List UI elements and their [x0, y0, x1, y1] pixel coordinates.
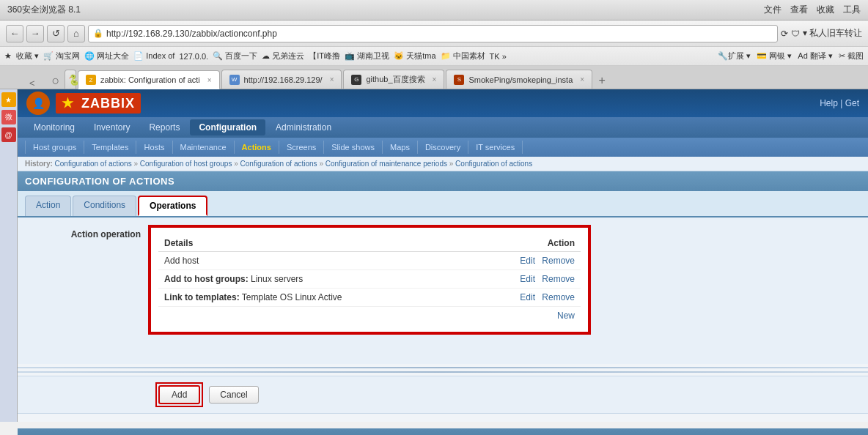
breadcrumb-link-4[interactable]: Configuration of maintenance periods — [326, 160, 447, 168]
bookmark-local[interactable]: 127.0.0. — [179, 52, 208, 61]
bookmark-tk[interactable]: TK » — [490, 52, 507, 61]
dropdown-icon[interactable]: ▾ 私人旧车转让 — [803, 27, 862, 40]
screenshot-btn[interactable]: ✂ 截图 — [839, 51, 864, 62]
tab-label-smokeping: SmokePing/smokeping_insta — [468, 75, 573, 84]
subnav-hosts[interactable]: Hosts — [136, 141, 172, 154]
tab-smokeping[interactable]: S SmokePing/smokeping_insta × — [446, 70, 592, 89]
bookmark-collections[interactable]: 收藏 ▾ — [16, 51, 39, 62]
bookmark-zhongguo[interactable]: 📁 中国素材 — [441, 51, 485, 62]
sidebar-icon-star[interactable]: ★ — [1, 92, 16, 107]
bookmark-taobao[interactable]: 🛒 淘宝网 — [43, 51, 80, 62]
new-tab-button[interactable]: + — [594, 72, 610, 89]
forward-button[interactable]: → — [26, 25, 44, 42]
nav-monitoring[interactable]: Monitoring — [25, 119, 84, 135]
tab-close-zabbix[interactable]: × — [207, 76, 212, 84]
tab-label-local: http://192.168.29.129/ — [244, 75, 323, 84]
breadcrumb-link-3[interactable]: Configuration of actions — [240, 160, 317, 168]
op-row3-remove[interactable]: Remove — [542, 292, 575, 302]
tab-local[interactable]: W http://192.168.29.129/ × — [221, 70, 342, 89]
subnav-templates[interactable]: Templates — [84, 141, 136, 154]
subnav-itservices[interactable]: IT services — [468, 141, 523, 154]
breadcrumb-link-2[interactable]: Configuration of host groups — [140, 160, 232, 168]
extension-btn[interactable]: 🔧扩展 ▾ — [718, 51, 751, 62]
tabs-bar: < ○ 🐍 Z zabbix: Configuration of acti × … — [0, 66, 868, 89]
browser-toolbar: ← → ↺ ⌂ 🔒 http://192.168.29.130/zabbix/a… — [0, 21, 868, 47]
sidebar-icon-at[interactable]: @ — [1, 127, 16, 142]
tab-favicon-local: W — [229, 75, 240, 85]
subnav-maintenance[interactable]: Maintenance — [173, 141, 235, 154]
buttons-row: Add Cancel — [18, 376, 868, 414]
zabbix-logo-area: 👤 ★ ZABBIX — [26, 92, 141, 115]
main-content: 👤 ★ ZABBIX Help | Get Monitoring Invento… — [18, 89, 868, 422]
refresh-button[interactable]: ↺ — [47, 25, 65, 42]
op-row3-edit[interactable]: Edit — [520, 292, 535, 302]
bookmark-baidu[interactable]: 🔍 百度一下 — [213, 51, 257, 62]
bookmark-hunan[interactable]: 📺 湖南卫视 — [345, 51, 389, 62]
operations-row: Action operation Details Action Add host — [32, 226, 853, 333]
op-row2-edit[interactable]: Edit — [520, 274, 535, 284]
bookmark-tianmao[interactable]: 🐱 天猫tma — [394, 51, 435, 62]
separator-2 — [18, 371, 868, 373]
bookmark-it[interactable]: 【IT峰撸 — [309, 51, 340, 62]
bookmark-wangzhi[interactable]: 🌐 网址大全 — [84, 51, 129, 62]
address-bar[interactable]: 🔒 http://192.168.29.130/zabbix/actioncon… — [88, 25, 778, 42]
breadcrumb-sep-3: » — [319, 160, 325, 168]
shield-icon[interactable]: 🛡 — [791, 29, 800, 39]
subnav-discovery[interactable]: Discovery — [418, 141, 468, 154]
add-button[interactable]: Add — [158, 385, 200, 404]
main-layout: ★ 微 @ 👤 ★ ZABBIX Help | Get Monitoring I… — [0, 89, 868, 422]
bookmark-star[interactable]: ★ — [4, 51, 12, 61]
col-header-action: Action — [466, 235, 581, 252]
sidebar-icon-weibo[interactable]: 微 — [1, 110, 16, 124]
breadcrumb-link-5[interactable]: Configuration of actions — [455, 160, 532, 168]
nav-administration[interactable]: Administration — [267, 119, 340, 135]
tab-conditions[interactable]: Conditions — [73, 196, 136, 216]
tab-github[interactable]: G github_百度搜索 × — [343, 70, 444, 89]
op-row1-edit[interactable]: Edit — [520, 256, 535, 266]
browser-titlebar: 360安全浏览器 8.1 文件 查看 收藏 工具 — [0, 0, 868, 21]
logo-text: ZABBIX — [81, 96, 135, 111]
netbank-btn[interactable]: 💳 网银 ▾ — [757, 51, 792, 62]
op-row2-remove[interactable]: Remove — [542, 274, 575, 284]
tab-zabbix-config[interactable]: Z zabbix: Configuration of acti × — [78, 70, 220, 89]
menu-bookmarks[interactable]: 收藏 — [817, 4, 834, 16]
tab-back-icon[interactable]: < — [29, 78, 44, 89]
sidebar: ★ 微 @ — [0, 89, 18, 422]
op-row1-remove[interactable]: Remove — [542, 256, 575, 266]
subnav-actions[interactable]: Actions — [235, 141, 279, 154]
table-row: Add host Edit Remove — [158, 252, 581, 270]
menu-view[interactable]: 查看 — [790, 4, 808, 16]
tab-action[interactable]: Action — [25, 196, 71, 216]
nav-configuration[interactable]: Configuration — [190, 119, 265, 135]
cancel-button[interactable]: Cancel — [209, 386, 258, 404]
back-button[interactable]: ← — [6, 25, 23, 42]
nav-inventory[interactable]: Inventory — [85, 119, 139, 135]
new-operation-link[interactable]: New — [557, 311, 575, 321]
tab-close-local[interactable]: × — [330, 75, 334, 83]
translate-btn[interactable]: Ad 翻译 ▾ — [798, 51, 833, 62]
op-row3-actions: Edit Remove — [466, 289, 581, 307]
nav-reports[interactable]: Reports — [140, 119, 188, 135]
home-button[interactable]: ⌂ — [67, 25, 85, 42]
refresh-icon[interactable]: ⟳ — [781, 29, 788, 39]
header-help-text: Help | Get — [820, 98, 859, 108]
security-shield-icon: 🔒 — [93, 29, 103, 38]
op-row3-details: Link to templates: Template OS Linux Act… — [158, 289, 466, 307]
zabbix-footer: Zabbix 2.4.8 Copyright 2001-2016 by Zabb… — [18, 428, 868, 435]
bookmarks-bar: ★ 收藏 ▾ 🛒 淘宝网 🌐 网址大全 📄 Index of 127.0.0. … — [0, 47, 868, 66]
menu-tools[interactable]: 工具 — [843, 4, 861, 16]
tab-operations[interactable]: Operations — [138, 196, 207, 216]
subnav-hostgroups[interactable]: Host groups — [25, 141, 84, 154]
tab-close-github[interactable]: × — [433, 75, 437, 83]
subnav-slideshows[interactable]: Slide shows — [324, 141, 383, 154]
breadcrumb-link-1[interactable]: Configuration of actions — [55, 160, 132, 168]
subnav-maps[interactable]: Maps — [383, 141, 418, 154]
tab-close-smokeping[interactable]: × — [580, 75, 584, 83]
bookmark-xiongdi[interactable]: ☁ 兄弟连云 — [262, 51, 304, 62]
bookmark-indexof[interactable]: 📄 Index of — [133, 51, 174, 61]
table-row: Add to host groups: Linux servers Edit R… — [158, 270, 581, 289]
browser-title: 360安全浏览器 8.1 — [7, 4, 81, 16]
menu-file[interactable]: 文件 — [764, 4, 781, 16]
zabbix-logo: ★ ZABBIX — [56, 93, 141, 114]
subnav-screens[interactable]: Screens — [279, 141, 324, 154]
